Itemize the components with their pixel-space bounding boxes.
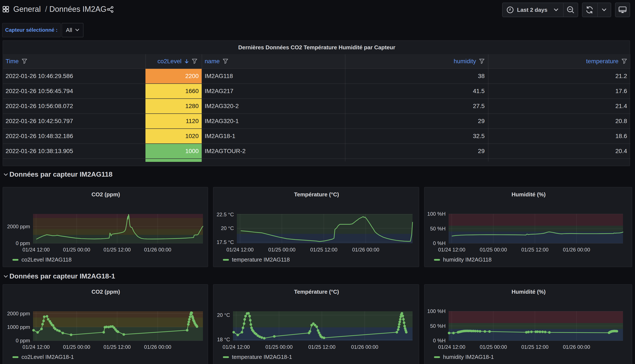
svg-text:01/26 00:00: 01/26 00:00 (563, 344, 590, 350)
svg-text:0 %H: 0 %H (433, 338, 446, 344)
svg-text:0 %H: 0 %H (433, 240, 446, 246)
svg-text:01/25 12:00: 01/25 12:00 (521, 247, 548, 252)
svg-text:01/24 12:00: 01/24 12:00 (438, 247, 465, 252)
svg-text:0 ppm: 0 ppm (16, 240, 30, 246)
svg-text:2000 ppm: 2000 ppm (7, 224, 30, 230)
svg-text:20 °C: 20 °C (221, 225, 234, 231)
svg-text:01/26 00:00: 01/26 00:00 (144, 344, 171, 350)
svg-text:01/25 00:00: 01/25 00:00 (63, 344, 90, 350)
svg-text:01/25 00:00: 01/25 00:00 (268, 247, 296, 252)
svg-text:01/25 12:00: 01/25 12:00 (104, 344, 131, 350)
svg-text:50 %H: 50 %H (430, 323, 446, 329)
svg-text:01/25 12:00: 01/25 12:00 (308, 344, 336, 350)
svg-text:2000 ppm: 2000 ppm (7, 310, 30, 316)
svg-text:01/25 00:00: 01/25 00:00 (480, 344, 507, 350)
svg-text:22.5 °C: 22.5 °C (217, 212, 234, 217)
svg-text:01/24 12:00: 01/24 12:00 (226, 247, 254, 252)
svg-text:01/26 00:00: 01/26 00:00 (351, 344, 378, 350)
svg-text:01/26 00:00: 01/26 00:00 (563, 247, 590, 252)
svg-text:01/26 00:00: 01/26 00:00 (144, 247, 171, 252)
svg-text:01/25 00:00: 01/25 00:00 (265, 344, 293, 350)
svg-text:20 °C: 20 °C (217, 312, 230, 318)
svg-text:01/24 12:00: 01/24 12:00 (23, 247, 50, 252)
svg-text:01/25 00:00: 01/25 00:00 (63, 247, 90, 252)
svg-text:01/25 12:00: 01/25 12:00 (104, 247, 131, 252)
svg-text:50 %H: 50 %H (430, 226, 446, 232)
svg-text:01/26 00:00: 01/26 00:00 (352, 247, 379, 252)
svg-text:01/24 12:00: 01/24 12:00 (223, 344, 250, 350)
svg-text:01/25 12:00: 01/25 12:00 (310, 247, 337, 252)
svg-text:01/25 12:00: 01/25 12:00 (521, 344, 548, 350)
svg-text:01/24 12:00: 01/24 12:00 (23, 344, 50, 350)
svg-text:01/24 12:00: 01/24 12:00 (438, 344, 465, 350)
svg-text:17.5 °C: 17.5 °C (217, 239, 234, 245)
svg-text:100 %H: 100 %H (427, 211, 446, 217)
svg-text:0 ppm: 0 ppm (16, 338, 30, 344)
svg-text:01/25 00:00: 01/25 00:00 (480, 247, 507, 252)
svg-text:100 %H: 100 %H (427, 308, 446, 314)
svg-text:18 °C: 18 °C (217, 336, 230, 342)
svg-text:1000 ppm: 1000 ppm (7, 324, 30, 330)
